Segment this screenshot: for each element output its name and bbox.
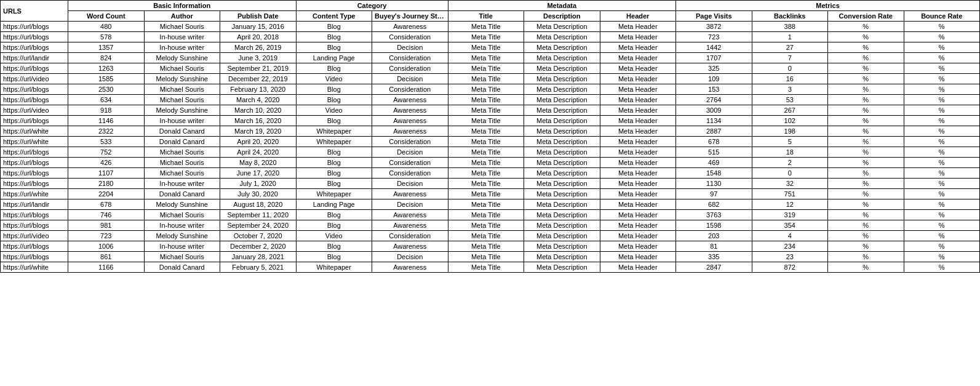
table-cell: %: [828, 84, 904, 95]
table-cell: Meta Title: [448, 105, 524, 116]
table-cell: Meta Title: [448, 22, 524, 32]
table-cell: February 5, 2021: [220, 262, 297, 273]
table-cell: %: [904, 189, 980, 199]
table-cell: 1134: [676, 116, 752, 126]
table-cell: 2322: [68, 126, 145, 137]
table-cell: %: [828, 179, 904, 189]
table-cell: Meta Header: [600, 95, 676, 105]
table-cell: https://url/blogs: [1, 42, 68, 53]
buyerjourney-col-header: Buyey's Journey Stage: [372, 11, 448, 22]
table-cell: 267: [752, 105, 828, 116]
table-cell: Blog: [296, 220, 372, 231]
table-cell: Meta Description: [524, 22, 600, 32]
table-cell: %: [904, 22, 980, 32]
table-cell: 3763: [676, 210, 752, 220]
table-cell: %: [828, 53, 904, 63]
table-cell: 2204: [68, 189, 145, 199]
table-cell: In-house writer: [144, 42, 220, 53]
table-cell: %: [828, 252, 904, 262]
table-cell: Awareness: [372, 241, 448, 252]
table-cell: In-house writer: [144, 241, 220, 252]
table-cell: Landing Page: [296, 199, 372, 210]
table-cell: 27: [752, 42, 828, 53]
table-cell: Meta Title: [448, 179, 524, 189]
table-cell: 426: [68, 158, 145, 168]
table-cell: https://url/blogs: [1, 84, 68, 95]
table-cell: %: [828, 241, 904, 252]
table-cell: https://url/blogs: [1, 179, 68, 189]
table-cell: %: [904, 210, 980, 220]
table-cell: Whitepaper: [296, 137, 372, 147]
table-cell: In-house writer: [144, 179, 220, 189]
table-cell: Meta Title: [448, 126, 524, 137]
table-cell: %: [828, 126, 904, 137]
table-cell: https://url/blogs: [1, 63, 68, 74]
table-cell: 1146: [68, 116, 145, 126]
desc-col-header: Description: [524, 11, 600, 22]
table-cell: Meta Description: [524, 53, 600, 63]
table-row: https://url/video1585Melody SunshineDece…: [1, 74, 980, 84]
table-cell: %: [904, 95, 980, 105]
table-cell: %: [828, 231, 904, 241]
table-cell: 746: [68, 210, 145, 220]
table-cell: Blog: [296, 147, 372, 158]
table-cell: %: [828, 116, 904, 126]
table-cell: Meta Description: [524, 220, 600, 231]
table-cell: 81: [676, 241, 752, 252]
table-cell: Blog: [296, 252, 372, 262]
table-cell: %: [828, 105, 904, 116]
table-cell: Decision: [372, 147, 448, 158]
table-cell: https://url/blogs: [1, 95, 68, 105]
table-cell: 3009: [676, 105, 752, 116]
table-cell: Awareness: [372, 95, 448, 105]
table-cell: In-house writer: [144, 32, 220, 42]
table-cell: 3872: [676, 22, 752, 32]
metrics-group: Metrics: [676, 1, 980, 11]
table-cell: 1107: [68, 168, 145, 179]
table-cell: Meta Description: [524, 95, 600, 105]
table-cell: 634: [68, 95, 145, 105]
table-cell: Awareness: [372, 262, 448, 273]
table-cell: Whitepaper: [296, 126, 372, 137]
table-cell: Donald Canard: [144, 137, 220, 147]
table-cell: https://url/white: [1, 137, 68, 147]
table-cell: 198: [752, 126, 828, 137]
table-cell: In-house writer: [144, 220, 220, 231]
table-cell: 5: [752, 137, 828, 147]
table-cell: Meta Header: [600, 74, 676, 84]
table-cell: Donald Canard: [144, 126, 220, 137]
table-cell: Meta Title: [448, 137, 524, 147]
table-cell: Meta Header: [600, 210, 676, 220]
table-cell: August 18, 2020: [220, 199, 297, 210]
table-cell: Meta Title: [448, 158, 524, 168]
table-cell: Meta Header: [600, 262, 676, 273]
table-cell: 7: [752, 53, 828, 63]
table-cell: Meta Header: [600, 147, 676, 158]
table-cell: 751: [752, 189, 828, 199]
table-cell: Decision: [372, 252, 448, 262]
table-cell: 0: [752, 168, 828, 179]
table-cell: https://url/landir: [1, 199, 68, 210]
table-cell: Blog: [296, 241, 372, 252]
table-cell: Michael Souris: [144, 158, 220, 168]
table-cell: Michael Souris: [144, 168, 220, 179]
table-cell: 578: [68, 32, 145, 42]
bouncerate-col-header: Bounce Rate: [904, 11, 980, 22]
table-cell: https://url/blogs: [1, 210, 68, 220]
table-cell: Meta Title: [448, 252, 524, 262]
table-cell: 752: [68, 147, 145, 158]
table-cell: Blog: [296, 158, 372, 168]
pagevisits-col-header: Page Visits: [676, 11, 752, 22]
table-cell: Meta Description: [524, 42, 600, 53]
table-cell: Meta Description: [524, 116, 600, 126]
table-cell: Meta Title: [448, 199, 524, 210]
table-cell: Blog: [296, 179, 372, 189]
table-cell: Michael Souris: [144, 84, 220, 95]
table-cell: 533: [68, 137, 145, 147]
table-cell: Meta Header: [600, 126, 676, 137]
table-cell: 388: [752, 22, 828, 32]
table-cell: Whitepaper: [296, 262, 372, 273]
table-cell: Melody Sunshine: [144, 74, 220, 84]
table-cell: Meta Header: [600, 84, 676, 95]
table-cell: Meta Description: [524, 262, 600, 273]
